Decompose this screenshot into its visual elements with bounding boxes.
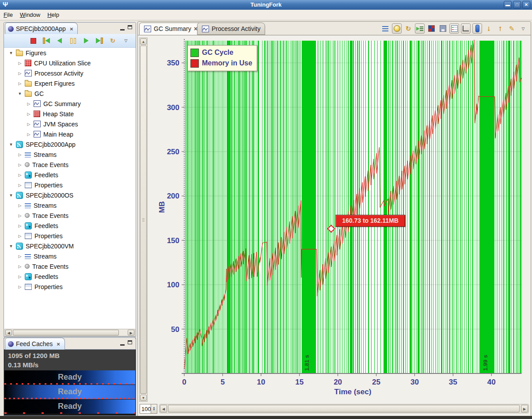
tree-item-gc-summary[interactable]: ▷GC Summary	[4, 99, 135, 109]
tree-hscroll-thumb[interactable]	[13, 330, 119, 335]
window-minimize-button[interactable]: ▬	[504, 1, 512, 8]
minimize-view-icon[interactable]	[120, 340, 125, 346]
expand-arrow-icon[interactable]: ▷	[18, 254, 22, 259]
menu-help[interactable]: Help	[44, 10, 63, 19]
prop-list-button[interactable]	[449, 23, 459, 34]
chart-vscrollbar[interactable]: ▲ ▼	[139, 38, 148, 402]
close-icon[interactable]: ×	[70, 26, 73, 32]
tree-item-trace-events[interactable]: ▷Trace Events	[4, 160, 135, 170]
expand-arrow-icon[interactable]: ▷	[27, 102, 31, 106]
sync-button[interactable]: ↻	[403, 23, 413, 34]
tree-item-specjbb2000vm[interactable]: ▼SPECjbb2000VM	[4, 241, 135, 251]
expand-arrow-icon[interactable]: ▷	[18, 163, 22, 167]
expand-arrow-icon[interactable]: ▷	[18, 264, 22, 269]
expand-arrow-icon[interactable]: ▷	[18, 81, 22, 86]
tree-item-processor-activity[interactable]: ▷Processor Activity	[4, 68, 135, 78]
chart-hscrollbar[interactable]: ◀ ▶	[159, 404, 529, 413]
bookmark-button[interactable]	[472, 23, 482, 34]
expand-arrow-icon[interactable]: ▷	[18, 234, 22, 238]
tree-item-cpu-utilization-slice[interactable]: ▷CPU Utilization Slice	[4, 58, 135, 68]
spin-down-icon[interactable]: ▼	[153, 409, 156, 411]
collapse-arrow-icon[interactable]: ▼	[18, 91, 22, 96]
expand-arrow-icon[interactable]: ▷	[18, 152, 22, 157]
chart-vscroll-thumb[interactable]	[140, 46, 147, 394]
tab-processor-activity[interactable]: Processor Activity	[197, 23, 265, 35]
tree-item-properties[interactable]: ▷Properties	[4, 180, 135, 190]
collapse-arrow-icon[interactable]: ▼	[9, 244, 13, 248]
tree-item-properties[interactable]: ▷Properties	[4, 282, 135, 292]
tree-item-trace-events[interactable]: ▷Trace Events	[4, 210, 135, 221]
title-bar[interactable]: Ψ TuningFork ▬ □ ✕	[0, 0, 532, 10]
explorer-view-tab[interactable]: SPECjbb2000App ×	[5, 23, 78, 34]
view-menu-button[interactable]: ▽	[121, 36, 131, 46]
redo-button[interactable]: ↻	[107, 36, 118, 46]
collapse-arrow-icon[interactable]: ▼	[9, 193, 13, 198]
tree-item-properties[interactable]: ▷Properties	[4, 231, 135, 241]
pencil-button[interactable]: ✎	[507, 23, 517, 34]
tree-item-streams[interactable]: ▷Streams	[4, 149, 135, 160]
tree-item-expert-figures[interactable]: ▷Expert Figures	[4, 78, 135, 88]
tree-item-specjbb2000os[interactable]: ▼SPECjbb2000OS	[4, 190, 135, 200]
expand-arrow-icon[interactable]: ▷	[27, 122, 31, 126]
scroll-left-icon[interactable]: ◀	[160, 405, 167, 412]
close-icon[interactable]: ×	[57, 341, 60, 347]
feed-caches-tab[interactable]: Feed Caches ×	[5, 338, 65, 350]
expand-arrow-icon[interactable]: ▷	[18, 213, 22, 218]
scroll-right-icon[interactable]: ▶	[128, 330, 134, 335]
expand-arrow-icon[interactable]: ▷	[18, 224, 22, 228]
expand-arrow-icon[interactable]: ▷	[18, 274, 22, 279]
menu-file[interactable]: File	[0, 10, 16, 19]
play-button[interactable]	[81, 36, 91, 46]
save-button[interactable]	[438, 23, 448, 34]
tree-item-figures[interactable]: ▼Figures	[4, 48, 135, 58]
scroll-right-icon[interactable]: ▶	[521, 405, 528, 412]
expand-arrow-icon[interactable]: ▷	[18, 173, 22, 177]
expand-arrow-icon[interactable]: ▷	[18, 285, 22, 289]
tree-item-streams[interactable]: ▷Streams	[4, 200, 135, 210]
zoom-value[interactable]: 100	[141, 406, 151, 412]
hamburger-button[interactable]	[380, 23, 390, 34]
tree-item-main-heap[interactable]: ▷Main Heap	[4, 129, 135, 139]
step-back-button[interactable]	[54, 36, 65, 46]
dropdown-button[interactable]: ▽	[518, 23, 528, 34]
checkered-button[interactable]	[426, 23, 436, 34]
zoom-spinner[interactable]: 100 ▲▼	[140, 404, 157, 414]
tree-item-gc[interactable]: ▼GC	[4, 88, 135, 99]
scroll-up-icon[interactable]: ▲	[140, 38, 147, 45]
window-maximize-button[interactable]: □	[513, 1, 521, 8]
tree-item-feedlets[interactable]: ▷Feedlets	[4, 170, 135, 180]
minimize-view-icon[interactable]	[120, 25, 125, 30]
tree-item-streams[interactable]: ▷Streams	[4, 251, 135, 261]
scroll-left-icon[interactable]: ◀	[5, 330, 12, 335]
expand-arrow-icon[interactable]: ▷	[18, 203, 22, 208]
tree-play-button[interactable]	[415, 23, 425, 34]
expand-arrow-icon[interactable]: ▷	[18, 71, 22, 76]
pause-button[interactable]	[68, 36, 78, 46]
tab-gc-summary[interactable]: GC Summary ×	[139, 23, 202, 35]
collapse-arrow-icon[interactable]: ▼	[9, 51, 13, 55]
maximize-view-icon[interactable]	[128, 25, 132, 29]
maximize-view-icon[interactable]	[128, 340, 132, 344]
skip-back-button[interactable]	[41, 36, 52, 46]
tree-item-feedlets[interactable]: ▷Feedlets	[4, 221, 135, 231]
tree-item-heap-state[interactable]: ▷Heap State	[4, 109, 135, 119]
window-close-button[interactable]: ✕	[522, 1, 530, 8]
globe-button[interactable]	[392, 23, 402, 34]
collapse-arrow-icon[interactable]: ▼	[9, 142, 13, 147]
tree-hscrollbar[interactable]: ◀ ▶	[4, 329, 135, 336]
tree-item-specjbb2000app[interactable]: ▼SPECjbb2000App	[4, 139, 135, 149]
arrow-down-button[interactable]: ↓	[484, 23, 494, 34]
expand-arrow-icon[interactable]: ▷	[18, 183, 22, 187]
skip-forward-button[interactable]	[94, 36, 105, 46]
expand-arrow-icon[interactable]: ▷	[27, 112, 31, 116]
stop-button[interactable]	[28, 36, 38, 46]
axis-button[interactable]	[461, 23, 471, 34]
expand-arrow-icon[interactable]: ▷	[27, 132, 31, 137]
tree-item-trace-events[interactable]: ▷Trace Events	[4, 261, 135, 271]
expand-arrow-icon[interactable]: ▷	[18, 61, 22, 65]
tree-item-feedlets[interactable]: ▷Feedlets	[4, 271, 135, 282]
menu-window[interactable]: Window	[16, 10, 44, 19]
tree-item-jvm-spaces[interactable]: ▷JVM Spaces	[4, 119, 135, 129]
chart-hscroll-thumb[interactable]	[168, 405, 520, 412]
arrow-up-button[interactable]: ↑	[495, 23, 505, 34]
